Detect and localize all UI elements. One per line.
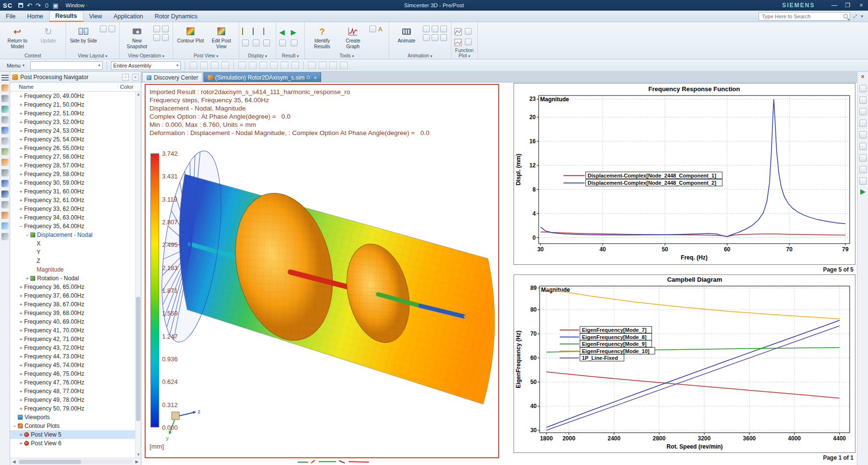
- collapse-icon[interactable]: −: [25, 232, 30, 238]
- search-input[interactable]: [761, 13, 843, 20]
- tree-item[interactable]: +Frequency 25, 54.00Hz: [10, 135, 135, 144]
- user-defaults-icon[interactable]: [1, 222, 9, 230]
- expand-icon[interactable]: +: [18, 380, 24, 385]
- tree-item[interactable]: Viewports: [10, 413, 135, 422]
- expand-icon[interactable]: +: [18, 154, 24, 160]
- update-button[interactable]: ↻ Update: [34, 24, 63, 51]
- tree-item[interactable]: −Displacement - Nodal: [10, 231, 135, 239]
- selection-icon[interactable]: [1, 191, 9, 198]
- expand-icon[interactable]: +: [18, 163, 24, 168]
- ribbon-group-label[interactable]: Context: [0, 53, 66, 58]
- tree-item[interactable]: Z: [10, 257, 135, 265]
- animation-speed-icon[interactable]: [432, 34, 438, 41]
- expand-icon[interactable]: +: [18, 406, 24, 411]
- shaded-mode-icon[interactable]: [318, 61, 327, 70]
- ribbon-group-label[interactable]: View Operation ▾: [120, 53, 173, 58]
- horizontal-scrollbar[interactable]: ◀ ▶: [10, 458, 141, 465]
- expand-icon[interactable]: +: [18, 354, 24, 359]
- materials-icon[interactable]: [1, 169, 9, 177]
- expand-icon[interactable]: +: [18, 137, 24, 142]
- vertical-scrollbar[interactable]: ▲ ▼: [135, 92, 141, 458]
- ribbon-group-label[interactable]: Animation ▾: [389, 53, 451, 58]
- fit-view-icon[interactable]: [859, 166, 867, 173]
- minimize-button[interactable]: —: [827, 0, 841, 11]
- expand-icon[interactable]: +: [18, 328, 24, 333]
- expand-icon[interactable]: +: [18, 206, 24, 212]
- pause-animation-icon[interactable]: [432, 26, 438, 32]
- simulation-navigator-icon[interactable]: [1, 95, 9, 102]
- menu-results[interactable]: Results: [49, 11, 83, 22]
- tree-item[interactable]: +Frequency 44, 73.00Hz: [10, 352, 135, 361]
- ribbon-group-label[interactable]: Function Plot ▾: [451, 48, 477, 58]
- expand-icon[interactable]: +: [18, 441, 24, 446]
- record-animation-icon[interactable]: [440, 34, 447, 41]
- expand-icon[interactable]: +: [18, 371, 24, 377]
- export-view-icon[interactable]: [153, 26, 160, 32]
- tab-discovery-center[interactable]: Discovery Center: [142, 72, 203, 82]
- tree-item[interactable]: +Frequency 30, 59.00Hz: [10, 178, 135, 187]
- zoom-view-icon[interactable]: [859, 143, 867, 150]
- layers-icon[interactable]: [1, 148, 9, 155]
- expand-icon[interactable]: +: [18, 128, 24, 134]
- center-snap-icon[interactable]: [270, 61, 278, 70]
- scroll-up-icon[interactable]: ▲: [136, 92, 141, 97]
- scroll-right-icon[interactable]: ▶: [133, 459, 141, 464]
- ribbon-group-label[interactable]: View Layout ▾: [66, 53, 119, 58]
- scroll-down-icon[interactable]: ▼: [136, 452, 141, 458]
- tree-item[interactable]: +Frequency 31, 60.00Hz: [10, 187, 135, 196]
- tree-item[interactable]: +Frequency 47, 76.00Hz: [10, 378, 135, 387]
- ribbon-group-label[interactable]: Tools ▾: [305, 53, 389, 58]
- create-graph-button[interactable]: Create Graph: [339, 24, 367, 51]
- xy-function-navigator-icon[interactable]: [1, 116, 9, 123]
- tree-item[interactable]: X: [10, 239, 135, 248]
- new-window-icon[interactable]: [108, 26, 115, 32]
- expand-icon[interactable]: +: [18, 363, 24, 368]
- menu-dropdown-button[interactable]: Menu ▾: [3, 61, 28, 70]
- view-cube-icon[interactable]: [859, 85, 867, 92]
- edge-display-icon[interactable]: [242, 40, 249, 46]
- result-step-icon[interactable]: [279, 40, 286, 46]
- expand-icon[interactable]: +: [18, 172, 24, 177]
- plot-layout-icon[interactable]: [465, 39, 472, 45]
- tree-item[interactable]: +Frequency 40, 69.00Hz: [10, 317, 135, 326]
- pan-view-icon[interactable]: [859, 154, 867, 162]
- side-by-side-button[interactable]: Side by Side: [69, 24, 98, 51]
- measure-icon[interactable]: [1, 201, 9, 208]
- expand-icon[interactable]: +: [18, 180, 24, 186]
- play-animation-icon[interactable]: [423, 26, 430, 32]
- tree-item[interactable]: +Frequency 23, 52.00Hz: [10, 118, 135, 126]
- forward-navigation-icon[interactable]: [860, 189, 866, 195]
- expand-icon[interactable]: +: [25, 276, 30, 281]
- tree-item[interactable]: +Frequency 28, 57.00Hz: [10, 161, 135, 170]
- copy-icon[interactable]: ▣: [51, 1, 60, 9]
- identify-results-button[interactable]: ? Identify Results: [308, 24, 337, 51]
- close-pane-icon[interactable]: ×: [859, 73, 867, 81]
- tree-item[interactable]: +Frequency 29, 58.00Hz: [10, 170, 135, 178]
- expand-icon[interactable]: +: [18, 319, 24, 325]
- return-to-model-button[interactable]: ↩ Return to Model: [3, 24, 32, 51]
- annotation-icon[interactable]: [369, 26, 376, 32]
- result-options-icon[interactable]: [291, 40, 298, 46]
- page-layout-icon[interactable]: [859, 131, 867, 138]
- loop-animation-icon[interactable]: [423, 34, 430, 41]
- tree-item[interactable]: +Frequency 32, 61.00Hz: [10, 196, 135, 205]
- tree-item[interactable]: +Frequency 27, 56.00Hz: [10, 152, 135, 161]
- collapse-icon[interactable]: −: [12, 424, 17, 429]
- tree-item[interactable]: +Frequency 38, 67.00Hz: [10, 300, 135, 309]
- tree-item[interactable]: +Frequency 24, 53.00Hz: [10, 126, 135, 135]
- perspective-icon[interactable]: [329, 61, 338, 70]
- menu-home[interactable]: Home: [21, 11, 49, 22]
- expand-icon[interactable]: +: [18, 337, 24, 342]
- plot-options-icon[interactable]: [465, 28, 472, 35]
- expand-icon[interactable]: +: [18, 198, 24, 203]
- view-orient-icon[interactable]: [339, 61, 348, 70]
- menu-rotor-dynamics[interactable]: Rotor Dynamics: [149, 11, 203, 22]
- tab-simulation[interactable]: (Simulation) Rotor2DAxisym_s.sim ×: [203, 72, 321, 82]
- copy-display-icon[interactable]: [162, 26, 169, 32]
- window-split-icon[interactable]: [859, 96, 867, 104]
- snap-point-icon[interactable]: [210, 61, 219, 70]
- tree-item[interactable]: +Post View 5: [10, 430, 135, 439]
- touch-mode-icon[interactable]: [1, 233, 9, 240]
- view-manager-icon[interactable]: [1, 137, 9, 145]
- maximize-button[interactable]: ❐: [841, 0, 854, 11]
